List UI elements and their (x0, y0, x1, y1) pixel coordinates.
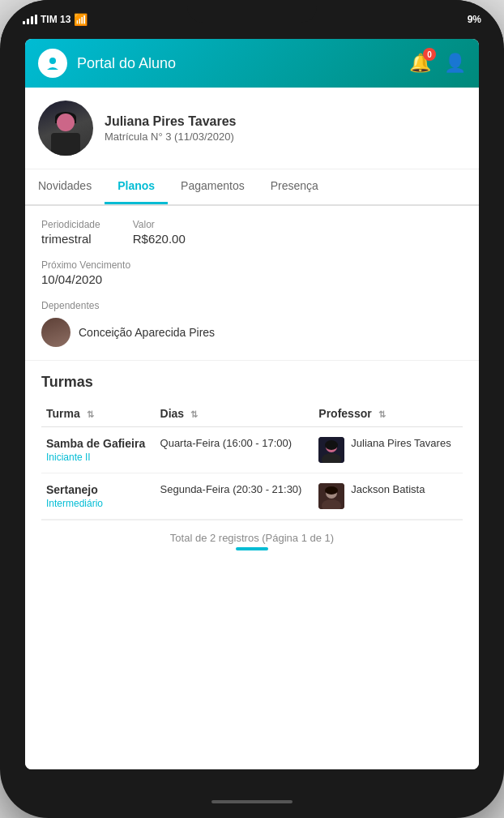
periodicidade-field: Periodicidade trimestral (41, 219, 100, 246)
tab-pagamentos[interactable]: Pagamentos (168, 169, 258, 204)
professor-info-1: Juliana Pires Tavares (318, 437, 458, 463)
sort-dias-icon[interactable]: ⇅ (190, 409, 198, 419)
user-info: Juliana Pires Tavares Matrícula N° 3 (11… (105, 114, 236, 143)
avatar (38, 101, 93, 156)
pagination-text: Total de 2 registros (Página 1 de 1) (170, 532, 334, 544)
main-content: Periodicidade trimestral Valor R$620.00 … (25, 206, 479, 769)
sort-professor-icon[interactable]: ⇅ (378, 409, 386, 419)
professor-name-1: Juliana Pires Tavares (351, 437, 451, 451)
periodicidade-label: Periodicidade (41, 219, 100, 230)
notch (187, 0, 317, 23)
table-row: Sertanejo Intermediário Segunda-Feira (2… (41, 473, 463, 520)
user-matricula: Matrícula N° 3 (11/03/2020) (105, 131, 236, 143)
class-name-2: Sertanejo (46, 483, 151, 496)
valor-field: Valor R$620.00 (133, 219, 186, 246)
dependent-name: Conceição Aparecida Pires (79, 326, 215, 339)
tab-novidades[interactable]: Novidades (25, 169, 105, 204)
vencimento-field: Próximo Vencimento 10/04/2020 (41, 259, 463, 287)
valor-value: R$620.00 (133, 232, 186, 246)
professor-avatar-1 (318, 437, 344, 463)
dependentes-label: Dependentes (41, 300, 463, 311)
turmas-table: Turma ⇅ Dias ⇅ Professor ⇅ (41, 400, 463, 520)
plan-row-1: Periodicidade trimestral Valor R$620.00 (41, 219, 463, 246)
col-dias[interactable]: Dias ⇅ (156, 400, 314, 427)
wifi-icon: 📶 (74, 13, 88, 26)
turmas-section: Turmas Turma ⇅ Dias ⇅ (25, 361, 479, 575)
status-bar: TIM 13 📶 9% (0, 0, 504, 39)
dependentes-section: Dependentes Conceição Aparecida Pires (41, 300, 463, 347)
valor-label: Valor (133, 219, 186, 230)
plan-info-section: Periodicidade trimestral Valor R$620.00 … (25, 206, 479, 361)
dias-cell-2: Segunda-Feira (20:30 - 21:30) (156, 473, 314, 520)
phone-frame: TIM 13 📶 9% Portal do Aluno 🔔 0 👤 (0, 0, 504, 818)
turma-cell-1: Samba de Gafieira Iniciante II (41, 427, 156, 473)
dependent-item: Conceição Aparecida Pires (41, 318, 463, 347)
class-name-1: Samba de Gafieira (46, 437, 151, 450)
vencimento-value: 10/04/2020 (41, 272, 102, 286)
dias-cell-1: Quarta-Feira (16:00 - 17:00) (156, 427, 314, 473)
svg-point-3 (325, 440, 338, 450)
tabs-bar: Novidades Planos Pagamentos Presença (25, 169, 479, 206)
tab-presenca[interactable]: Presença (258, 169, 331, 204)
dependent-avatar (41, 318, 70, 347)
notification-badge: 0 (423, 48, 436, 61)
header-icons: 🔔 0 👤 (409, 53, 466, 74)
signal-bars (23, 15, 37, 24)
turma-cell-2: Sertanejo Intermediário (41, 473, 156, 520)
professor-cell-2: Jackson Batista (314, 473, 463, 520)
col-turma[interactable]: Turma ⇅ (41, 400, 156, 427)
svg-point-0 (49, 58, 56, 64)
professor-name-2: Jackson Batista (351, 483, 425, 497)
tab-planos[interactable]: Planos (105, 169, 168, 204)
table-row: Samba de Gafieira Iniciante II Quarta-Fe… (41, 427, 463, 473)
class-level-2: Intermediário (46, 498, 151, 509)
svg-point-7 (325, 486, 338, 495)
home-indicator (211, 800, 293, 803)
app-logo[interactable] (38, 49, 67, 78)
carrier-name: TIM 13 (41, 14, 70, 25)
professor-avatar-2 (318, 483, 344, 509)
col-professor[interactable]: Professor ⇅ (314, 400, 463, 427)
scroll-indicator (236, 547, 268, 550)
table-header-row: Turma ⇅ Dias ⇅ Professor ⇅ (41, 400, 463, 427)
notification-bell[interactable]: 🔔 0 (409, 53, 431, 74)
app-header: Portal do Aluno 🔔 0 👤 (25, 39, 479, 88)
user-profile: Juliana Pires Tavares Matrícula N° 3 (11… (25, 88, 479, 169)
periodicidade-value: trimestral (41, 232, 92, 246)
vencimento-label: Próximo Vencimento (41, 259, 463, 271)
class-level-1: Iniciante II (46, 452, 151, 463)
app-title: Portal do Aluno (77, 55, 399, 72)
screen: Portal do Aluno 🔔 0 👤 (25, 39, 479, 769)
carrier-info: TIM 13 📶 (23, 13, 88, 26)
sort-turma-icon[interactable]: ⇅ (87, 409, 94, 419)
pagination-footer: Total de 2 registros (Página 1 de 1) (41, 520, 463, 562)
user-icon[interactable]: 👤 (444, 53, 466, 74)
battery-level: 9% (468, 14, 481, 25)
professor-cell-1: Juliana Pires Tavares (314, 427, 463, 473)
user-name: Juliana Pires Tavares (105, 114, 236, 129)
turmas-title: Turmas (41, 374, 463, 391)
professor-info-2: Jackson Batista (318, 483, 458, 509)
